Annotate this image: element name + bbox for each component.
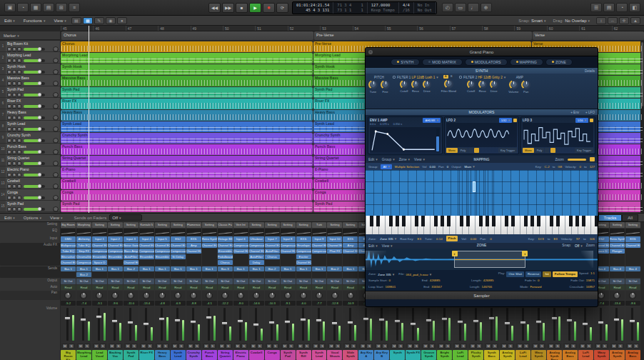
sample-param-value[interactable]: 0 — [389, 279, 391, 282]
fader-cap[interactable] — [347, 321, 353, 324]
channel-mute-button[interactable]: M — [454, 344, 460, 349]
zoom-tool-icon[interactable]: ▲ — [630, 17, 640, 24]
fader-cap[interactable] — [127, 321, 134, 324]
channel-eq-thumbnail[interactable] — [343, 229, 358, 236]
fader-cap[interactable] — [143, 322, 149, 326]
channel-name-label[interactable]: Synth Lead — [171, 350, 186, 360]
key-to-value[interactable]: G8 — [558, 165, 562, 169]
send-slot[interactable]: Bus 2 — [265, 266, 280, 271]
tab-enable-dot-icon[interactable] — [552, 61, 554, 63]
audio-fx-slot[interactable]: Compressor — [233, 243, 248, 248]
env-sustain-slider[interactable] — [436, 129, 439, 151]
channel-pan-knob[interactable] — [221, 292, 228, 299]
region[interactable]: Synth Hook — [61, 64, 313, 75]
solo-button[interactable]: S — [12, 139, 16, 143]
audio-fx-slot[interactable]: Compressor — [76, 260, 91, 265]
lfo2-mono-button[interactable]: Mono — [446, 148, 458, 153]
marker-verse[interactable]: Verse — [533, 31, 644, 40]
record-enable-button[interactable]: R — [17, 116, 21, 120]
channel-automation-mode[interactable]: Read — [171, 285, 186, 290]
channel-strip[interactable]: Setting Retro Synth Channel EQ Bus 1 St … — [202, 222, 217, 360]
channel-name-label[interactable]: Backing Voc — [108, 350, 123, 360]
track-volume-slider[interactable] — [24, 48, 45, 51]
sampler-tab[interactable]: ZONE — [545, 59, 573, 66]
channel-automation-mode[interactable]: Read — [625, 285, 640, 290]
audio-fx-slot[interactable]: Channel EQ — [171, 243, 186, 248]
channel-name-label[interactable]: Analog Synth — [500, 350, 515, 360]
solo-button[interactable]: S — [12, 93, 16, 97]
audio-fx-slot[interactable]: Pedalboard — [218, 254, 233, 259]
filter-all-button[interactable]: All — [622, 214, 638, 221]
channel-solo-button[interactable]: S — [335, 344, 341, 349]
channel-mute-button[interactable]: M — [94, 344, 99, 349]
audio-fx-slot[interactable]: Channel EQ — [265, 243, 280, 248]
zone-select[interactable]: Zone 335 — [380, 236, 396, 241]
lfo3-option-toggle[interactable] — [550, 148, 555, 153]
sampler-tab[interactable]: MODULATORS — [465, 59, 508, 66]
record-enable-button[interactable]: R — [17, 47, 21, 51]
channel-solo-button[interactable]: S — [539, 344, 545, 349]
channel-pan-knob[interactable] — [143, 292, 150, 299]
send-slot[interactable]: Bus 4 — [625, 266, 640, 271]
lcd-position[interactable]: 01:01:24:21.54 45 4 3 131 — [293, 2, 333, 14]
audio-fx-slot[interactable]: Channel EQ — [139, 243, 154, 248]
track-pan-knob[interactable] — [53, 149, 59, 155]
channel-eq-thumbnail[interactable] — [610, 229, 625, 236]
channel-input-slot[interactable]: Retro Synth — [610, 236, 625, 242]
region[interactable]: Crunchy Synth — [61, 133, 313, 144]
audio-fx-slot[interactable]: Envelope — [296, 243, 311, 248]
fader-cap[interactable] — [268, 321, 275, 324]
channel-setting-button[interactable]: Setting — [92, 222, 107, 228]
channel-fader[interactable] — [421, 306, 436, 342]
channel-pan-knob[interactable] — [629, 292, 636, 299]
fader-cap[interactable] — [64, 316, 71, 320]
lcd-tempo[interactable]: 127.0000 Keep Tempo — [368, 2, 399, 14]
waveform-display[interactable]: ‹ › — [366, 249, 598, 270]
view-icon[interactable]: ☰ — [590, 3, 602, 12]
channel-output-slot[interactable]: St Out — [296, 279, 311, 284]
channel-solo-button[interactable]: S — [304, 344, 310, 349]
fader-cap[interactable] — [316, 319, 322, 322]
mute-button[interactable]: M — [7, 47, 11, 51]
loop-region[interactable]: ‹ › — [454, 251, 526, 268]
record-enable-button[interactable]: R — [17, 104, 21, 109]
toolbar-icon[interactable]: ◔ — [17, 3, 29, 12]
channel-strip[interactable]: Kontakt 5 Input 4 Channel EQCompressorEn… — [139, 222, 154, 360]
rewind-button[interactable]: ◀◀ — [208, 3, 221, 13]
record-enable-button[interactable]: R — [17, 93, 21, 97]
audio-fx-slot[interactable]: Amp — [343, 243, 358, 248]
channel-strip[interactable]: Setting Input 5 Channel EQCompressorEnse… — [155, 222, 170, 360]
track-volume-slider[interactable] — [24, 105, 45, 108]
fader-cap[interactable] — [598, 321, 604, 324]
channel-input-slot[interactable]: Input 5 — [155, 236, 170, 242]
channel-output-slot[interactable]: St Out — [281, 279, 296, 284]
channel-input-slot[interactable]: Input 1 — [92, 236, 107, 242]
channel-name-label[interactable]: Riser FX — [139, 350, 154, 360]
close-icon[interactable]: ✕ — [368, 50, 373, 54]
channel-mute-button[interactable]: M — [251, 344, 256, 349]
track-pan-knob[interactable] — [53, 69, 59, 75]
track-header[interactable]: 3 Synth Hook M S R — [0, 64, 60, 75]
record-enable-button[interactable]: R — [17, 70, 21, 74]
channel-name-label[interactable]: Analog Synth Bass — [547, 350, 562, 360]
mapping-menu[interactable]: Zone — [399, 157, 410, 161]
channel-fader[interactable] — [374, 306, 389, 342]
track-pan-knob[interactable] — [53, 58, 59, 64]
track-volume-slider[interactable] — [24, 208, 45, 211]
channel-mute-button[interactable]: M — [407, 344, 413, 349]
solo-button[interactable]: S — [12, 81, 16, 86]
channel-strip[interactable]: Big Room DMD MultipressorTube EQBitcrush… — [61, 222, 76, 360]
record-enable-button[interactable]: R — [17, 196, 21, 200]
track-pan-knob[interactable] — [53, 81, 59, 86]
channel-mute-button[interactable]: M — [298, 344, 303, 349]
channel-solo-button[interactable]: S — [257, 344, 263, 349]
channel-solo-button[interactable]: S — [570, 344, 576, 349]
channel-mute-button[interactable]: M — [360, 344, 366, 349]
arrange-menu[interactable]: View — [49, 19, 70, 23]
channel-solo-button[interactable]: S — [445, 344, 451, 349]
channel-name-label[interactable]: Synth Bass — [484, 350, 499, 360]
channel-name-label[interactable]: Conga — [265, 350, 280, 360]
mute-button[interactable]: M — [7, 139, 11, 143]
solo-button[interactable]: S — [12, 59, 16, 63]
track-header[interactable]: 9 Crunchy Synth M S R — [0, 132, 60, 144]
